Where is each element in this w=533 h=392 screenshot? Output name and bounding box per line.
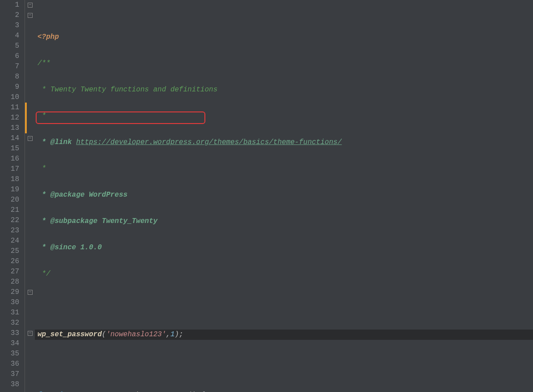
line-number: 27 xyxy=(0,267,19,277)
docblock-open: /** xyxy=(37,59,50,67)
docblock-link-url[interactable]: https://developer.wordpress.org/themes/b… xyxy=(76,138,341,146)
line-number: 31 xyxy=(0,308,19,318)
docblock-text: * xyxy=(37,165,46,173)
code-line[interactable]: */ xyxy=(35,269,533,279)
line-number: 10 xyxy=(0,92,19,103)
line-number: 36 xyxy=(0,359,19,369)
line-number-gutter: 1 2 3 4 5 6 7 8 9 10 11 12 13 14 15 16 1… xyxy=(0,0,25,392)
code-editor: 1 2 3 4 5 6 7 8 9 10 11 12 13 14 15 16 1… xyxy=(0,0,533,392)
line-number: 5 xyxy=(0,41,19,51)
code-line[interactable]: * @subpackage Twenty_Twenty xyxy=(35,216,533,227)
docblock-close: */ xyxy=(37,270,50,278)
code-line[interactable]: * xyxy=(35,164,533,174)
line-number: 1 xyxy=(0,0,19,10)
line-number: 25 xyxy=(0,246,19,256)
line-number: 38 xyxy=(0,380,19,390)
line-number: 2 xyxy=(0,10,19,21)
code-line[interactable]: * @since 1.0.0 xyxy=(35,243,533,253)
line-number: 34 xyxy=(0,338,19,349)
line-number: 12 xyxy=(0,113,19,123)
line-number: 22 xyxy=(0,215,19,226)
fold-gutter: − − − − − xyxy=(27,0,35,392)
line-number: 24 xyxy=(0,236,19,246)
line-number: 19 xyxy=(0,185,19,195)
line-number: 16 xyxy=(0,154,19,164)
number-literal: 1 xyxy=(171,330,175,338)
line-number: 11 xyxy=(0,103,19,113)
line-number: 29 xyxy=(0,287,19,297)
line-number: 9 xyxy=(0,82,19,92)
line-number: 8 xyxy=(0,72,19,82)
code-line[interactable]: * xyxy=(35,111,533,121)
code-line[interactable]: * Twenty Twenty functions and definition… xyxy=(35,85,533,95)
line-number: 15 xyxy=(0,144,19,154)
line-number: 7 xyxy=(0,62,19,72)
fold-toggle-icon[interactable]: − xyxy=(28,13,33,18)
code-line[interactable]: * @link https://developer.wordpress.org/… xyxy=(35,137,533,148)
docblock-text: * Twenty Twenty functions and definition… xyxy=(37,86,217,94)
line-number: 14 xyxy=(0,133,19,144)
line-number: 32 xyxy=(0,318,19,328)
code-line-current[interactable]: wp_set_password('nowehaslo123',1); xyxy=(35,330,533,340)
function-call: wp_set_password xyxy=(37,330,102,338)
line-number: 26 xyxy=(0,256,19,267)
line-number: 17 xyxy=(0,164,19,174)
line-number: 37 xyxy=(0,369,19,380)
line-number: 23 xyxy=(0,226,19,236)
php-open-tag: <?php xyxy=(37,33,59,41)
docblock-package: * @package WordPress xyxy=(37,191,128,199)
docblock-link-tag: * @link xyxy=(37,138,76,146)
line-number: 4 xyxy=(0,31,19,41)
line-number: 13 xyxy=(0,123,19,133)
fold-toggle-icon[interactable]: − xyxy=(28,3,33,8)
line-number: 35 xyxy=(0,349,19,359)
code-line[interactable]: /** xyxy=(35,58,533,69)
fold-toggle-icon[interactable]: − xyxy=(28,290,33,295)
docblock-subpackage: * @subpackage Twenty_Twenty xyxy=(37,217,158,225)
docblock-text: * xyxy=(37,112,46,120)
line-number: 33 xyxy=(0,328,19,338)
code-area[interactable]: <?php /** * Twenty Twenty functions and … xyxy=(35,0,533,392)
line-number: 18 xyxy=(0,174,19,185)
code-line[interactable]: <?php xyxy=(35,32,533,42)
code-line[interactable]: * @package WordPress xyxy=(35,190,533,200)
docblock-since: * @since 1.0.0 xyxy=(37,243,102,252)
line-number: 3 xyxy=(0,21,19,31)
code-line[interactable] xyxy=(35,295,533,305)
line-number: 21 xyxy=(0,205,19,215)
code-line[interactable] xyxy=(35,364,533,374)
line-number: 28 xyxy=(0,277,19,287)
line-number: 6 xyxy=(0,51,19,62)
fold-toggle-icon[interactable]: − xyxy=(28,136,33,141)
code-line[interactable]: function twentytwenty_theme_support() { xyxy=(35,390,533,392)
fold-toggle-icon[interactable]: − xyxy=(28,331,33,336)
line-number: 30 xyxy=(0,297,19,308)
string-literal: 'nowehaslo123' xyxy=(106,330,166,338)
line-number: 20 xyxy=(0,195,19,205)
